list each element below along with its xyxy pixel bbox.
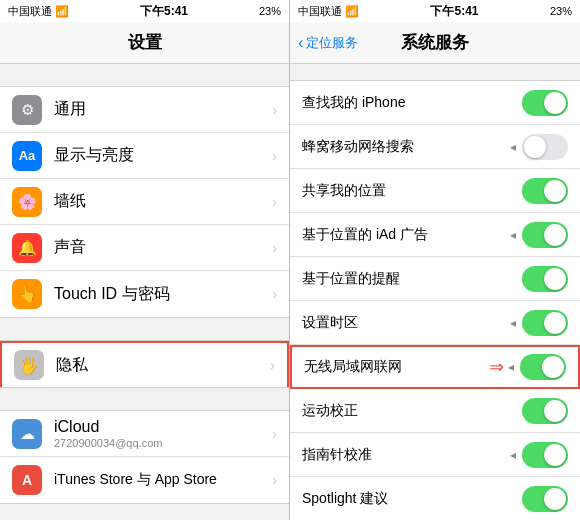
right-item-timezone[interactable]: 设置时区 ◂	[290, 301, 580, 345]
left-wifi-icon: 📶	[55, 5, 69, 18]
general-label: 通用	[54, 99, 266, 120]
settings-item-touchid[interactable]: 👆 Touch ID 与密码 ›	[0, 271, 289, 317]
iad-label: 基于位置的 iAd 广告	[302, 226, 510, 244]
cellular-location-icon: ◂	[510, 140, 516, 154]
right-item-share-location[interactable]: 共享我的位置	[290, 169, 580, 213]
left-nav-bar: 设置	[0, 22, 289, 64]
wifi-label: 无线局域网联网	[304, 358, 489, 376]
cellular-toggle[interactable]	[522, 134, 568, 160]
settings-group-1: ⚙ 通用 › Aa 显示与亮度 › 🌸	[0, 86, 289, 318]
left-status-left: 中国联通 📶	[8, 4, 69, 19]
right-system-services-group: 查找我的 iPhone 蜂窝移动网络搜索 ◂ 共享我的位置 基于位置的 iAd …	[290, 80, 580, 520]
wifi-arrow-indicator: ⇒	[489, 356, 504, 378]
right-item-find-iphone[interactable]: 查找我的 iPhone	[290, 81, 580, 125]
right-panel: 中国联通 📶 下午5:41 23% ‹ 定位服务 系统服务 查找我的 iPhon…	[290, 0, 580, 520]
share-location-toggle[interactable]	[522, 178, 568, 204]
left-status-bar: 中国联通 📶 下午5:41 23%	[0, 0, 289, 22]
find-iphone-label: 查找我的 iPhone	[302, 94, 522, 112]
compass-location-icon: ◂	[510, 448, 516, 462]
wallpaper-icon: 🌸	[12, 187, 42, 217]
sound-label: 声音	[54, 237, 266, 258]
privacy-icon: 🖐	[14, 350, 44, 380]
right-battery: 23%	[550, 5, 572, 17]
right-nav-bar: ‹ 定位服务 系统服务	[290, 22, 580, 64]
right-item-motion[interactable]: 运动校正	[290, 389, 580, 433]
icloud-sublabel: 2720900034@qq.com	[54, 437, 266, 449]
wallpaper-arrow: ›	[272, 194, 277, 210]
settings-item-sound[interactable]: 🔔 声音 ›	[0, 225, 289, 271]
compass-toggle[interactable]	[522, 442, 568, 468]
settings-item-icloud[interactable]: ☁ iCloud 2720900034@qq.com ›	[0, 411, 289, 457]
display-label: 显示与亮度	[54, 145, 266, 166]
general-icon: ⚙	[12, 95, 42, 125]
icloud-arrow: ›	[272, 426, 277, 442]
right-item-cellular[interactable]: 蜂窝移动网络搜索 ◂	[290, 125, 580, 169]
back-chevron: ‹	[298, 34, 303, 52]
settings-item-privacy[interactable]: 🖐 隐私 ›	[0, 341, 289, 387]
settings-item-itunes[interactable]: A iTunes Store 与 App Store ›	[0, 457, 289, 503]
left-nav-title: 设置	[128, 31, 162, 54]
back-label: 定位服务	[306, 34, 358, 52]
cellular-label: 蜂窝移动网络搜索	[302, 138, 510, 156]
settings-item-wallpaper[interactable]: 🌸 墙纸 ›	[0, 179, 289, 225]
back-button[interactable]: ‹ 定位服务	[298, 34, 358, 52]
left-panel: 中国联通 📶 下午5:41 23% 设置 ⚙ 通用 ›	[0, 0, 290, 520]
settings-item-display[interactable]: Aa 显示与亮度 ›	[0, 133, 289, 179]
right-status-left: 中国联通 📶	[298, 4, 359, 19]
settings-group-icloud: ☁ iCloud 2720900034@qq.com › A iTunes St…	[0, 410, 289, 504]
right-settings-list[interactable]: 查找我的 iPhone 蜂窝移动网络搜索 ◂ 共享我的位置 基于位置的 iAd …	[290, 64, 580, 520]
left-settings-list[interactable]: ⚙ 通用 › Aa 显示与亮度 › 🌸	[0, 64, 289, 520]
timezone-toggle[interactable]	[522, 310, 568, 336]
sound-icon: 🔔	[12, 233, 42, 263]
location-reminder-label: 基于位置的提醒	[302, 270, 522, 288]
right-item-compass[interactable]: 指南针校准 ◂	[290, 433, 580, 477]
display-arrow: ›	[272, 148, 277, 164]
left-status-right: 23%	[259, 5, 281, 17]
motion-toggle[interactable]	[522, 398, 568, 424]
find-iphone-toggle[interactable]	[522, 90, 568, 116]
iad-location-icon: ◂	[510, 228, 516, 242]
icloud-label: iCloud	[54, 418, 266, 436]
right-item-spotlight[interactable]: Spotlight 建议	[290, 477, 580, 520]
left-battery: 23%	[259, 5, 281, 17]
right-carrier: 中国联通	[298, 4, 342, 19]
display-icon: Aa	[12, 141, 42, 171]
left-carrier: 中国联通	[8, 4, 52, 19]
privacy-label: 隐私	[56, 355, 264, 376]
general-arrow: ›	[272, 102, 277, 118]
settings-item-general[interactable]: ⚙ 通用 ›	[0, 87, 289, 133]
iad-toggle[interactable]	[522, 222, 568, 248]
location-reminder-toggle[interactable]	[522, 266, 568, 292]
touchid-label: Touch ID 与密码	[54, 284, 266, 305]
icloud-icon: ☁	[12, 419, 42, 449]
left-time: 下午5:41	[140, 3, 188, 20]
touchid-icon: 👆	[12, 279, 42, 309]
settings-group-privacy: 🖐 隐私 ›	[0, 340, 289, 388]
right-status-bar: 中国联通 📶 下午5:41 23%	[290, 0, 580, 22]
right-time: 下午5:41	[430, 3, 478, 20]
right-item-iad[interactable]: 基于位置的 iAd 广告 ◂	[290, 213, 580, 257]
right-item-location-reminder[interactable]: 基于位置的提醒	[290, 257, 580, 301]
spotlight-toggle[interactable]	[522, 486, 568, 512]
privacy-arrow: ›	[270, 357, 275, 373]
share-location-label: 共享我的位置	[302, 182, 522, 200]
compass-label: 指南针校准	[302, 446, 510, 464]
motion-label: 运动校正	[302, 402, 522, 420]
itunes-icon: A	[12, 465, 42, 495]
itunes-arrow: ›	[272, 472, 277, 488]
right-item-wifi[interactable]: 无线局域网联网 ⇒ ◂	[290, 345, 580, 389]
spotlight-label: Spotlight 建议	[302, 490, 522, 508]
right-nav-title: 系统服务	[401, 31, 469, 54]
sound-arrow: ›	[272, 240, 277, 256]
right-wifi-icon: 📶	[345, 5, 359, 18]
wifi-location-icon: ◂	[508, 360, 514, 374]
timezone-location-icon: ◂	[510, 316, 516, 330]
itunes-label: iTunes Store 与 App Store	[54, 471, 266, 489]
wallpaper-label: 墙纸	[54, 191, 266, 212]
wifi-toggle[interactable]	[520, 354, 566, 380]
touchid-arrow: ›	[272, 286, 277, 302]
right-status-right: 23%	[550, 5, 572, 17]
timezone-label: 设置时区	[302, 314, 510, 332]
